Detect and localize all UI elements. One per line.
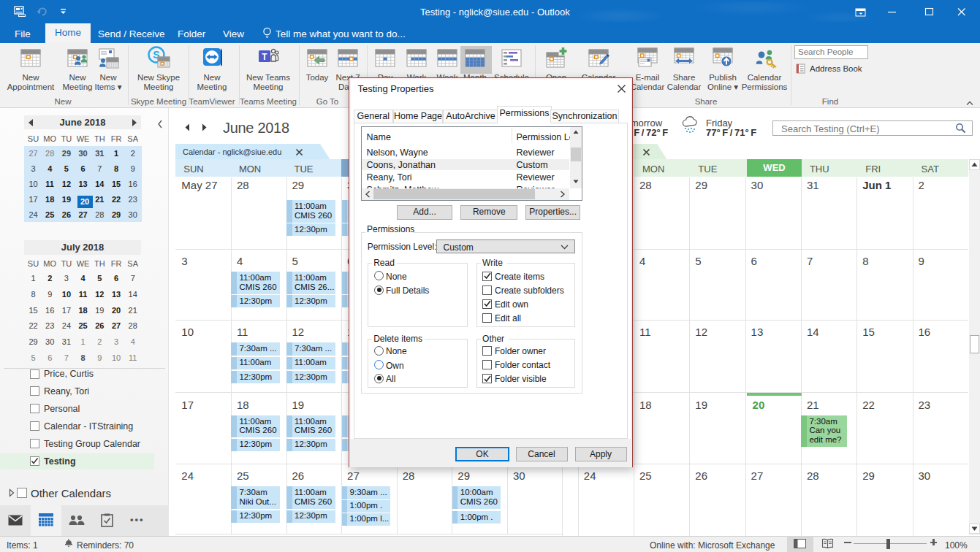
svg-text:T: T xyxy=(262,52,267,62)
